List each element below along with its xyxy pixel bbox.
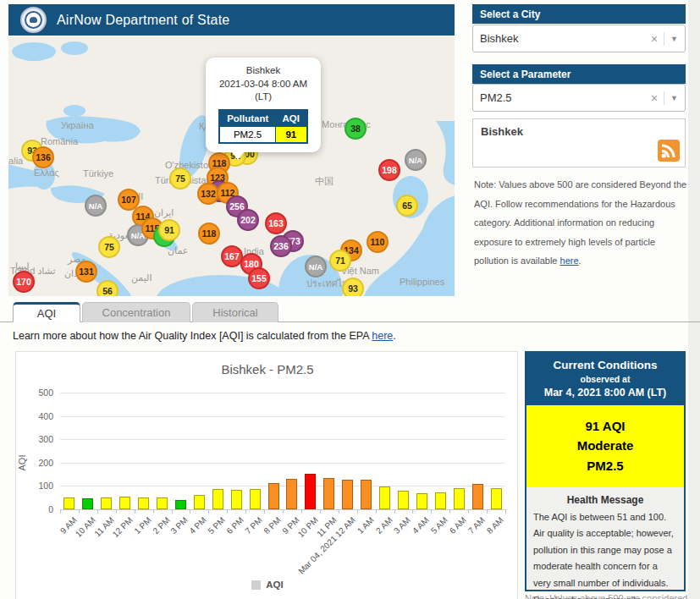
cc-title: Current Conditions [530, 359, 681, 371]
tab-historical[interactable]: Historical [192, 302, 278, 322]
select-divider [664, 91, 664, 105]
legend-swatch [251, 580, 261, 590]
city-feed-box: Bishkek [472, 118, 686, 168]
aqi-marker[interactable]: 71 [329, 250, 351, 272]
cc-aqi-box: 91 AQI Moderate PM2.5 [526, 405, 684, 487]
map-country-label: Ελλάς [34, 168, 59, 178]
chart-bar [435, 492, 446, 509]
chart-bar [175, 500, 186, 509]
aqi-marker[interactable]: 56 [96, 280, 119, 296]
chart-y-tick: 300 [26, 434, 53, 444]
chart-y-tick: 100 [26, 481, 53, 491]
chart-x-tick [283, 509, 284, 514]
aqi-marker[interactable]: N/A [305, 256, 327, 278]
aqi-marker[interactable]: 163 [265, 212, 287, 234]
map-country-label: عمان [168, 245, 188, 256]
aqi-marker[interactable]: 136 [32, 146, 54, 168]
chevron-down-icon[interactable]: ▼ [670, 94, 678, 102]
aqi-marker[interactable]: 118 [198, 223, 220, 245]
chart-bar [361, 480, 372, 509]
clear-icon[interactable]: × [645, 32, 664, 46]
popup-aqi-table: Pollutant AQI PM2.5 91 [218, 109, 308, 144]
popup-datetime: 2021-03-04 8:00 AM [211, 78, 316, 91]
tab-aqi[interactable]: AQI [13, 302, 80, 322]
chart-bar [323, 478, 334, 509]
aqi-map[interactable]: УкраїнаҚазақстанRomâniaItaliaΕλλάςTürkiy… [8, 36, 455, 296]
popup-timezone: (LT) [211, 91, 316, 104]
rss-icon[interactable] [658, 140, 680, 162]
chart-legend: AQI [16, 580, 519, 590]
bottom-clipped-note: Note: Values above 500 are considered Be… [525, 593, 687, 599]
city-select-value: Bishkek [480, 32, 645, 45]
aqi-marker[interactable]: 75 [169, 168, 191, 190]
popup-tail [231, 151, 245, 160]
cc-observed: observed at [530, 374, 681, 384]
aqi-marker[interactable]: 131 [75, 261, 97, 283]
aqi-marker[interactable]: 93 [342, 278, 364, 296]
map-country-label: România [41, 136, 78, 146]
chart-bar [212, 489, 223, 509]
chart-x-tick [97, 509, 98, 514]
chart-gridline [60, 486, 505, 486]
clear-icon[interactable]: × [645, 91, 664, 105]
aqi-marker[interactable]: 202 [237, 209, 259, 231]
chart-x-tick [412, 509, 413, 514]
chart-bar [82, 498, 93, 509]
aqi-marker[interactable]: 75 [98, 236, 120, 258]
select-divider [664, 32, 664, 46]
chart-bar [286, 479, 297, 509]
parameter-select-value: PM2.5 [480, 91, 645, 104]
chart-x-tick [449, 509, 450, 514]
chart-x-tick [116, 509, 117, 514]
cc-health-title: Health Message [526, 494, 684, 506]
chart-x-tick [60, 509, 61, 514]
aqi-marker[interactable]: N/A [405, 149, 427, 171]
cc-category: Moderate [526, 436, 684, 455]
parameter-select[interactable]: PM2.5 × ▼ [472, 84, 686, 112]
chart-bar [63, 497, 74, 509]
aqi-marker[interactable]: 198 [378, 159, 400, 181]
tab-concentration[interactable]: Concentration [82, 302, 190, 322]
map-country-label: ايران [154, 207, 174, 218]
select-city-header: Select a City [472, 4, 686, 24]
chart-x-tick [320, 509, 321, 514]
map-popup: Bishkek 2021-03-04 8:00 AM (LT) Pollutan… [206, 58, 321, 152]
chart-x-tick [264, 509, 265, 514]
current-conditions-panel: Current Conditions observed at Mar 4, 20… [525, 351, 686, 591]
aqi-marker[interactable]: 170 [13, 271, 35, 293]
current-conditions-header: Current Conditions observed at Mar 4, 20… [526, 353, 684, 405]
chart-title: Bishkek - PM2.5 [16, 362, 519, 376]
chart-bar [157, 497, 168, 509]
feed-city-title: Bishkek [481, 125, 523, 138]
map-country-label: Philippines [400, 277, 444, 287]
chevron-down-icon[interactable]: ▼ [670, 35, 678, 43]
page-gutter [688, 0, 700, 599]
state-department-seal-icon [20, 7, 47, 33]
chart-x-tick [79, 509, 80, 514]
chart-bar [472, 484, 483, 509]
chart-bar [454, 488, 465, 509]
chart-x-tick [505, 509, 506, 514]
popup-pollutant-value: PM2.5 [219, 126, 275, 143]
chart-x-tick [487, 509, 488, 514]
city-select[interactable]: Bishkek × ▼ [472, 25, 686, 52]
chart-bar [416, 493, 427, 509]
aqi-marker[interactable]: 91 [158, 219, 180, 241]
chart-x-tick [153, 509, 154, 514]
learn-more-here-link[interactable]: here [372, 330, 393, 342]
note-suffix: . [579, 256, 581, 266]
chart-x-tick [431, 509, 432, 514]
learn-more-line: Learn more about how the Air Quality Ind… [13, 330, 396, 342]
chart-bar [194, 495, 205, 509]
note-here-link[interactable]: here [560, 256, 579, 266]
chart-y-tick: 0 [26, 504, 53, 514]
aqi-marker[interactable]: 236 [270, 235, 292, 257]
aqi-marker[interactable]: 110 [367, 231, 389, 253]
aqi-marker[interactable]: N/A [85, 195, 107, 217]
select-parameter-header: Select a Parameter [472, 64, 686, 84]
map-country-label: اليمن [131, 272, 152, 283]
aqi-marker[interactable]: 65 [396, 195, 418, 217]
chart-bar [101, 497, 112, 509]
aqi-marker[interactable]: 155 [248, 267, 270, 289]
aqi-marker[interactable]: 38 [344, 118, 367, 140]
